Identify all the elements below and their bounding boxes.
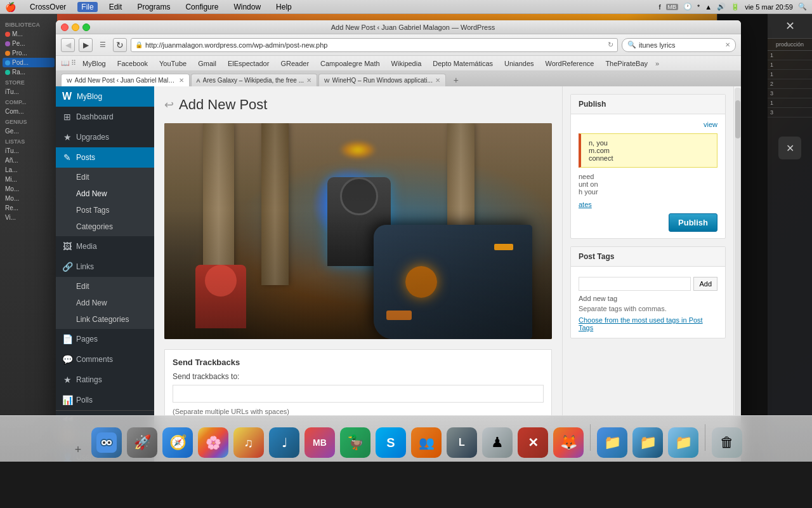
tab-close-ares[interactable]: ✕ — [306, 77, 311, 84]
bookmark-depto[interactable]: Depto Matemáticas — [428, 58, 498, 69]
tab-ares[interactable]: A Ares Galaxy – Wikipedia, the free ... … — [191, 74, 318, 86]
bookmark-tpb[interactable]: ThePirateBay — [600, 58, 653, 69]
apple-menu[interactable]: 🍎 — [5, 2, 16, 12]
dock-latex[interactable]: L — [445, 426, 478, 459]
itunes-radio[interactable]: Pro... — [3, 48, 55, 58]
dock-itunes[interactable]: ♫ — [232, 426, 265, 459]
sidebar-item-ratings[interactable]: ★ Ratings — [56, 370, 154, 390]
scroll-track[interactable] — [735, 88, 741, 462]
menu-window[interactable]: Window — [230, 2, 265, 12]
itunes-list4[interactable]: Mi... — [3, 175, 55, 184]
sidebar-item-posts[interactable]: ✎ Posts — [56, 147, 154, 168]
sidebar-item-polls[interactable]: 📊 Polls — [56, 390, 154, 410]
new-tab-button[interactable]: + — [450, 74, 462, 86]
dock-finder[interactable] — [90, 426, 123, 459]
tag-add-button[interactable]: Add — [693, 277, 717, 291]
maximize-button[interactable] — [82, 23, 90, 31]
menu-programs[interactable]: Programs — [133, 2, 174, 12]
dock-safari[interactable]: 🧭 — [161, 426, 194, 459]
myblog-link[interactable]: MyBlog — [77, 92, 102, 101]
forward-button[interactable]: ▶ — [79, 38, 93, 52]
itunes-list5[interactable]: Mo... — [3, 184, 55, 194]
bookmark-wikipedia[interactable]: Wikipedia — [386, 58, 427, 69]
itunes-music[interactable]: M... — [3, 29, 55, 39]
rates-anchor[interactable]: ates — [579, 201, 592, 208]
dock-skype[interactable]: S — [374, 426, 407, 459]
sidebar-item-comments[interactable]: 💬 Comments — [56, 349, 154, 370]
most-used-tags-link[interactable]: Choose from the most used tags in Post T… — [579, 316, 703, 331]
menu-edit[interactable]: Edit — [105, 2, 126, 12]
menu-configure[interactable]: Configure — [181, 2, 222, 12]
browser-scrollbar[interactable] — [733, 86, 741, 462]
bookmark-myblog[interactable]: MyBlog — [77, 58, 111, 69]
search-bar[interactable]: 🔍 itunes lyrics ✕ — [622, 38, 736, 52]
tag-input[interactable] — [579, 277, 691, 291]
sidebar-item-dashboard[interactable]: ⊞ Dashboard — [56, 107, 154, 127]
sidebar-item-pages[interactable]: 📄 Pages — [56, 329, 154, 349]
search-menu-icon[interactable]: 🔍 — [798, 3, 807, 11]
bookmark-uniandes[interactable]: Uniandes — [499, 58, 539, 69]
links-edit[interactable]: Edit — [56, 278, 154, 295]
links-categories[interactable]: Link Categories — [56, 311, 154, 328]
trackbacks-input[interactable] — [173, 385, 544, 403]
sidebar-item-media[interactable]: 🖼 Media — [56, 236, 154, 257]
view-link[interactable]: view — [704, 121, 717, 128]
back-button[interactable]: ◀ — [61, 38, 75, 52]
posts-edit[interactable]: Edit — [56, 169, 154, 185]
menu-file[interactable]: File — [77, 2, 97, 12]
tab-winehq[interactable]: W WineHQ – Run Windows applicati... ✕ — [318, 74, 446, 86]
sidebar-item-upgrades[interactable]: ★ Upgrades — [56, 127, 154, 147]
menu-crossover[interactable]: CrossOver — [26, 2, 70, 12]
close-button[interactable] — [61, 23, 69, 31]
bookmark-elespectador[interactable]: ElEspectador — [223, 58, 274, 69]
tags-panel-header[interactable]: Post Tags — [571, 247, 725, 267]
bookmark-campoalegre[interactable]: Campoalegre Math — [315, 58, 385, 69]
itunes-list8[interactable]: Vi... — [3, 213, 55, 222]
itunes-selected[interactable]: Pod... — [3, 58, 55, 67]
dock-chess[interactable]: ♟ — [481, 426, 514, 459]
bookmark-youtube[interactable]: YouTube — [154, 58, 192, 69]
dock-adium[interactable]: 🦆 — [339, 426, 372, 459]
bookmark-greader[interactable]: GReader — [275, 58, 314, 69]
links-add-new[interactable]: Add New — [56, 295, 154, 311]
itunes-list6[interactable]: Mo... — [3, 194, 55, 203]
dock-launchpad[interactable]: 🚀 — [126, 426, 159, 459]
itunes-podcasts[interactable]: Pe... — [3, 39, 55, 48]
bookmarks-more[interactable]: » — [655, 60, 659, 67]
minimize-button[interactable] — [72, 23, 79, 31]
publish-panel-header[interactable]: Publish — [571, 95, 725, 114]
address-bar[interactable]: 🔒 http://juanmalagon.wordpress.com/wp-ad… — [131, 38, 618, 52]
dock-folder2[interactable]: 📁 — [631, 426, 664, 459]
dock-folder3[interactable]: 📁 — [667, 426, 700, 459]
tab-wordpress[interactable]: W Add New Post ‹ Juan Gabriel Mala... ✕ — [61, 74, 190, 86]
dock-add-button[interactable]: + — [69, 426, 88, 459]
dock-photos[interactable]: 🌸 — [197, 426, 230, 459]
reading-list-icon[interactable]: 📖 — [61, 59, 70, 67]
search-clear-icon[interactable]: ✕ — [725, 41, 730, 48]
itunes-store[interactable]: iTu... — [3, 87, 55, 97]
itunes-genius[interactable]: Ge... — [3, 126, 55, 136]
itunes-list7[interactable]: Re... — [3, 203, 55, 213]
posts-add-new[interactable]: Add New — [56, 185, 154, 202]
itunes-list2[interactable]: Añ... — [3, 156, 55, 165]
reader-button[interactable]: ☰ — [96, 39, 109, 51]
dock-musescore[interactable]: ♩ — [268, 426, 301, 459]
publish-button[interactable]: Publish — [669, 213, 717, 232]
scroll-thumb[interactable] — [735, 100, 740, 138]
sidebar-item-links[interactable]: 🔗 Links — [56, 257, 154, 277]
posts-categories[interactable]: Categories — [56, 218, 154, 235]
apps-icon[interactable]: ⠿ — [71, 59, 76, 67]
tab-close-wp[interactable]: ✕ — [179, 77, 184, 84]
dock-mb[interactable]: MB — [303, 426, 336, 459]
bookmark-facebook[interactable]: Facebook — [112, 58, 153, 69]
dock-crossover[interactable]: ✕ — [516, 426, 549, 459]
bookmark-wordreference[interactable]: WordReference — [540, 58, 599, 69]
reload-button[interactable]: ↻ — [113, 38, 127, 52]
itunes-list3[interactable]: La... — [3, 165, 55, 175]
dock-groups[interactable]: 👥 — [410, 426, 443, 459]
itunes-comp[interactable]: Com... — [3, 107, 55, 116]
menu-help[interactable]: Help — [272, 2, 296, 12]
bookmark-gmail[interactable]: Gmail — [193, 58, 221, 69]
dock-folder1[interactable]: 📁 — [596, 426, 629, 459]
itunes-list1[interactable]: iTu... — [3, 146, 55, 156]
